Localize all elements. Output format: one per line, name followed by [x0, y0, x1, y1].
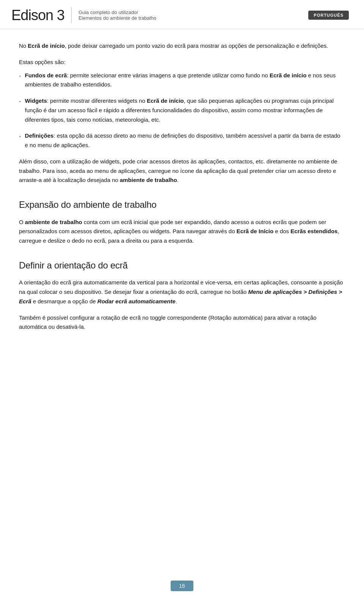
section-orientacao-heading: Definir a orientação do ecrã: [19, 258, 345, 273]
page-header: Edison 3 Guia completo do utilizador Ele…: [0, 0, 364, 29]
header-subtitle-block: Guia completo do utilizador Elementos do…: [78, 9, 156, 21]
bullet-list: · Fundos de ecrã: permite selecionar ent…: [19, 71, 345, 150]
header-divider: [71, 7, 72, 24]
ambiente-trabalho-bold: ambiente de trabalho: [120, 177, 177, 183]
bullet-text-widgets: Widgets: permite mostrar diferentes widg…: [25, 96, 345, 124]
main-content: No Ecrã de início, pode deixar carregado…: [0, 41, 364, 361]
header-title-block: Edison 3 Guia completo do utilizador Ele…: [11, 7, 156, 24]
header-subtitle-top: Guia completo do utilizador: [78, 9, 156, 15]
widgets-para-text-end: .: [177, 177, 179, 183]
orientacao-text-end: .: [176, 298, 177, 304]
fundos-text: : permite selecionar entre várias imagen…: [67, 72, 269, 78]
intro-text-no: No: [19, 42, 28, 49]
section-orientacao-para-1: A orientação do ecrã gira automaticament…: [19, 278, 345, 306]
brand-title: Edison 3: [11, 7, 64, 24]
definicoes-text: : esta opção dá acesso direto ao menu de…: [25, 132, 340, 148]
bullet-item-definicoes: · Definições: esta opção dá acesso diret…: [19, 131, 345, 150]
ambiente-trabalho-bold-2: ambiente de trabalho: [25, 219, 82, 225]
widgets-para: Além disso, com a utilização de widgets,…: [19, 157, 345, 185]
definicoes-bold: Definições: [25, 132, 54, 139]
widgets-bold: Widgets: [25, 97, 47, 104]
bullet-item-widgets: · Widgets: permite mostrar diferentes wi…: [19, 96, 345, 124]
intro-paragraph-1: No Ecrã de início, pode deixar carregado…: [19, 41, 345, 51]
page-number-badge: 16: [171, 581, 193, 591]
expansao-text-o: O: [19, 219, 25, 225]
orientacao-text-3: Também é possível configurar a rotação d…: [19, 314, 317, 330]
options-intro-para: Estas opções são:: [19, 58, 345, 67]
page-footer: 16: [0, 581, 364, 598]
ecra-inicio-bold-4: Ecrã de Início: [237, 228, 274, 234]
bullet-text-definicoes: Definições: esta opção dá acesso direto …: [25, 131, 345, 150]
section-expansao-para: O ambiente de trabalho conta com um ecrã…: [19, 218, 345, 246]
orientacao-text-2: e desmarque a opção de: [31, 298, 97, 304]
bullet-dot-3: ·: [19, 131, 21, 141]
section-orientacao-para-2: Também é possível configurar a rotação d…: [19, 313, 345, 332]
bullet-dot-2: ·: [19, 96, 21, 106]
intro-bold-ecra-inicio: Ecrã de início: [28, 42, 65, 49]
intro-text-rest: , pode deixar carregado um ponto vazio d…: [65, 42, 328, 49]
bullet-item-fundos: · Fundos de ecrã: permite selecionar ent…: [19, 71, 345, 90]
options-intro-text: Estas opções são:: [19, 59, 66, 65]
rodar-ecra-bold-italic: Rodar ecrã automaticamente: [97, 298, 176, 304]
bullet-text-fundos: Fundos de ecrã: permite selecionar entre…: [25, 71, 345, 90]
section-expansao-heading: Expansão do ambiente de trabalho: [19, 197, 345, 212]
bullet-dot-1: ·: [19, 71, 21, 80]
widgets-text-pre: : permite mostrar diferentes widgets no: [47, 97, 147, 104]
header-subtitle-bottom: Elementos do ambiente de trabalho: [78, 15, 156, 21]
ecra-inicio-bold-2: Ecrã de início: [270, 72, 307, 78]
ecras-estendidos-bold: Ecrãs estendidos: [290, 228, 337, 234]
language-badge: PORTUGUÊS: [308, 11, 349, 20]
expansao-text-e: e dos: [273, 228, 290, 234]
fundos-bold: Fundos de ecrã: [25, 72, 67, 78]
ecra-inicio-bold-3: Ecrã de início: [147, 97, 184, 104]
